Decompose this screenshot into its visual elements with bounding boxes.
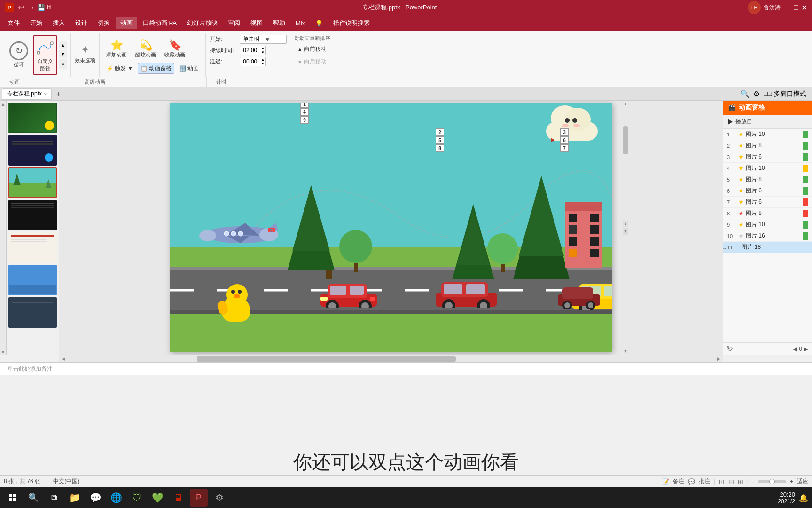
slide-scroll-down[interactable]: ▼ bbox=[1, 349, 6, 355]
anim-panel-btn[interactable]: 📋 动画窗格 bbox=[138, 63, 174, 74]
comment-icon[interactable]: 💬 bbox=[688, 478, 695, 485]
zoom-increase[interactable]: + bbox=[790, 478, 793, 485]
zoom-thumb[interactable] bbox=[769, 479, 775, 484]
notification-btn[interactable]: 🔔 bbox=[799, 493, 808, 502]
wechat-btn[interactable]: 💚 bbox=[148, 489, 166, 507]
delay-input[interactable]: 00.00 ▲ ▼ bbox=[240, 57, 266, 66]
h-scrollbar[interactable]: ◀ ▶ bbox=[59, 355, 723, 362]
add-animation-btn[interactable]: ⭐ 添加动画 bbox=[103, 35, 130, 62]
comment-label[interactable]: 批注 bbox=[699, 477, 710, 485]
edge-btn[interactable]: 🌐 bbox=[107, 489, 125, 507]
anim-order-btn[interactable]: 🔢 动画 bbox=[176, 63, 202, 74]
slide-thumb-7[interactable] bbox=[8, 297, 57, 328]
backward-btn[interactable]: ▼向后移动 bbox=[294, 56, 330, 67]
anim-item-1[interactable]: 1 ★ 图片 10 bbox=[723, 129, 812, 140]
search-taskbar-btn[interactable]: 🔍 bbox=[24, 489, 42, 507]
zoom-decrease[interactable]: - bbox=[752, 478, 754, 485]
menu-view[interactable]: 视图 bbox=[246, 17, 267, 29]
notes-icon[interactable]: 📝 bbox=[662, 478, 669, 485]
file-explorer-btn[interactable]: 📁 bbox=[66, 489, 84, 507]
notes-bar[interactable]: 单击此处添加备注 bbox=[0, 362, 812, 375]
view-slideshow-icon[interactable]: ⊞ bbox=[738, 478, 743, 485]
menu-insert[interactable]: 插入 bbox=[48, 17, 70, 29]
delay-up[interactable]: ▲ bbox=[260, 57, 265, 62]
play-button[interactable]: 播放自 bbox=[723, 115, 812, 129]
menu-animation[interactable]: 动画 bbox=[116, 17, 137, 29]
settings-icon[interactable]: ⚙ bbox=[753, 89, 760, 98]
anim-item-3[interactable]: 3 ★ 图片 6 bbox=[723, 151, 812, 163]
doc-tab-close[interactable]: × bbox=[44, 91, 47, 97]
cool-animation-btn[interactable]: 💫 酷炫动画 bbox=[133, 35, 159, 62]
anim-item-5[interactable]: 5 ★ 图片 8 bbox=[723, 174, 812, 185]
menu-mix[interactable]: Mix bbox=[291, 18, 310, 29]
chick-character[interactable] bbox=[217, 284, 255, 322]
menu-file[interactable]: 文件 bbox=[3, 17, 24, 29]
anim-item-10[interactable]: 10 ★ 图片 16 bbox=[723, 230, 812, 242]
hscroll-thumb[interactable] bbox=[197, 356, 455, 362]
view-reading-icon[interactable]: ⊟ bbox=[728, 478, 734, 485]
maximize-btn[interactable]: □ bbox=[794, 3, 798, 12]
effect-options-label[interactable]: 效果选项 bbox=[75, 57, 95, 64]
vscroll-down[interactable]: ▼ bbox=[623, 348, 629, 355]
canvas-arrow-up[interactable]: ▲ bbox=[623, 221, 629, 227]
menu-start[interactable]: 开始 bbox=[25, 17, 47, 29]
slide-scroll-up[interactable]: ▲ bbox=[1, 102, 6, 107]
airplane[interactable]: 🌐 bbox=[198, 216, 283, 250]
zoom-slider[interactable] bbox=[758, 480, 786, 483]
slide-thumb-3[interactable] bbox=[8, 167, 57, 198]
ribbon-scroll-up[interactable]: ▲ bbox=[59, 41, 67, 49]
custom-path-btn[interactable]: 自定义路径 bbox=[33, 35, 57, 75]
gear-taskbar-btn[interactable]: ⚙ bbox=[211, 489, 228, 507]
ribbon-scroll-down[interactable]: ▼ bbox=[59, 50, 67, 58]
hscroll-right[interactable]: ▶ bbox=[714, 355, 723, 362]
minimize-btn[interactable]: — bbox=[783, 3, 791, 12]
slide-thumb-2[interactable] bbox=[8, 135, 57, 166]
nav-prev-btn[interactable]: ◀ bbox=[793, 346, 797, 352]
red-car-2[interactable] bbox=[431, 270, 501, 309]
collect-animation-btn[interactable]: 🔖 收藏动画 bbox=[162, 35, 188, 62]
hscroll-left[interactable]: ◀ bbox=[59, 355, 68, 362]
ribbon-scroll-more[interactable]: ≡ bbox=[59, 59, 67, 69]
menu-help[interactable]: 帮助 bbox=[268, 17, 290, 29]
anim-item-9[interactable]: 9 ★ 图片 10 bbox=[723, 219, 812, 230]
slide-thumb-1[interactable] bbox=[8, 103, 57, 133]
anim-item-4[interactable]: 4 ★ 图片 10 bbox=[723, 163, 812, 174]
menu-transition[interactable]: 切换 bbox=[93, 17, 115, 29]
multiwindow-btn[interactable]: □□ 多窗口模式 bbox=[764, 90, 806, 98]
trigger-btn[interactable]: ⚡ 触发 ▼ bbox=[103, 63, 136, 74]
duration-down[interactable]: ▼ bbox=[260, 50, 265, 55]
duration-input[interactable]: 02.00 ▲ ▼ bbox=[240, 46, 266, 55]
close-btn[interactable]: ✕ bbox=[801, 3, 807, 12]
start-dropdown[interactable]: 单击时 ▼ bbox=[240, 35, 287, 44]
slide-thumb-5[interactable] bbox=[8, 232, 57, 263]
menu-slideshow[interactable]: 幻灯片放映 bbox=[182, 17, 222, 29]
delay-down[interactable]: ▼ bbox=[260, 62, 265, 66]
ppt-taskbar-btn[interactable]: P bbox=[190, 489, 208, 507]
doc-tab-main[interactable]: 专栏课程.pptx × bbox=[2, 88, 52, 100]
slide-canvas[interactable]: 🌐 bbox=[170, 103, 612, 352]
slide-thumb-4[interactable] bbox=[8, 200, 57, 230]
user-avatar[interactable]: LH bbox=[748, 1, 761, 14]
menu-bulb[interactable]: 💡 bbox=[311, 18, 328, 29]
duration-up[interactable]: ▲ bbox=[260, 46, 265, 50]
nav-next-btn[interactable]: ▶ bbox=[804, 346, 808, 352]
loop-btn[interactable]: ↻ 循环 bbox=[7, 39, 31, 71]
red-car-1[interactable] bbox=[316, 272, 382, 309]
dark-red-car[interactable] bbox=[555, 278, 602, 310]
menu-design[interactable]: 设计 bbox=[70, 17, 92, 29]
canvas-arrow-down[interactable]: ▼ bbox=[623, 228, 629, 235]
shield-btn[interactable]: 🛡 bbox=[128, 489, 146, 507]
menu-review[interactable]: 审阅 bbox=[223, 17, 245, 29]
forward-btn[interactable]: ▲向前移动 bbox=[294, 44, 330, 55]
office-btn[interactable]: 🖥 bbox=[169, 489, 187, 507]
start-menu-btn[interactable] bbox=[4, 489, 22, 507]
view-normal-icon[interactable]: ⊡ bbox=[719, 478, 725, 485]
anim-item-11[interactable]: 11 | 图片 18 单击时 动作路径 自定义路径: 图片 18 bbox=[723, 242, 812, 253]
search-icon[interactable]: 🔍 bbox=[740, 89, 750, 98]
notes-label[interactable]: 备注 bbox=[673, 477, 684, 485]
anim-item-7[interactable]: 7 ★ 图片 6 bbox=[723, 197, 812, 208]
anim-item-6[interactable]: 6 ★ 图片 6 bbox=[723, 185, 812, 197]
menu-pa[interactable]: 口袋动画 PA bbox=[138, 17, 181, 29]
new-tab-btn[interactable]: + bbox=[53, 88, 64, 100]
anim-item-2[interactable]: 2 ★ 图片 8 bbox=[723, 140, 812, 151]
